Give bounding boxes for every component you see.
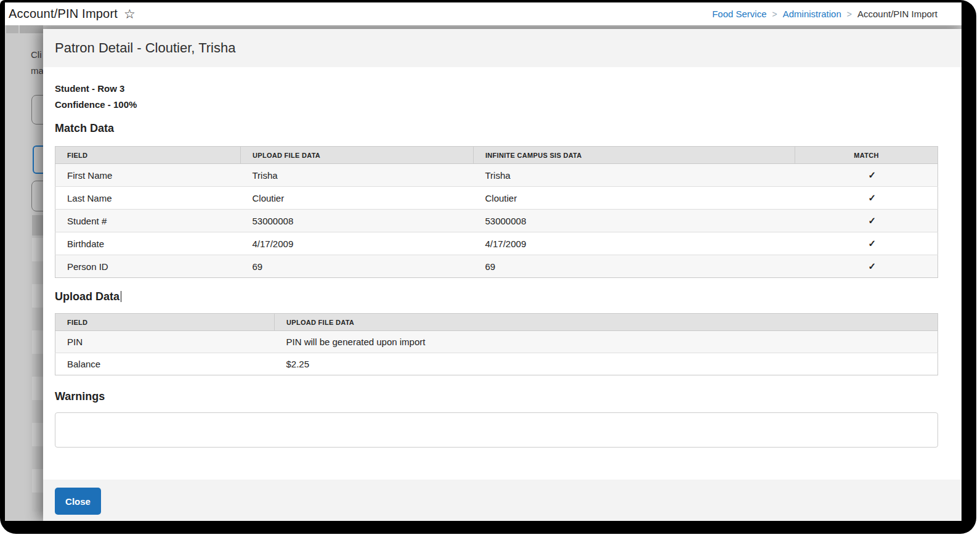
panel-body: Student - Row 3 Confidence - 100% Match …	[43, 67, 962, 448]
background-tab	[6, 25, 18, 33]
cell-upload-file-data: PIN will be generated upon import	[275, 331, 938, 353]
cell-sis-data: Trisha	[474, 164, 795, 187]
cell-field: Person ID	[55, 255, 241, 278]
match-check-icon: ✓	[795, 187, 938, 210]
panel-footer: Close	[43, 480, 962, 521]
text-caret	[121, 291, 121, 302]
upload-table-header-row: FIELD UPLOAD FILE DATA	[55, 314, 938, 331]
upload-data-table: FIELD UPLOAD FILE DATA PINPIN will be ge…	[55, 313, 938, 375]
cell-upload-file-data: Trisha	[241, 164, 474, 187]
match-data-heading: Match Data	[55, 122, 938, 135]
confidence-label: Confidence - 100%	[55, 97, 938, 113]
cell-field: First Name	[55, 164, 241, 187]
match-table-body: First NameTrishaTrisha✓Last NameCloutier…	[55, 164, 938, 278]
panel-header: Patron Detail - Cloutier, Trisha	[43, 29, 962, 67]
cell-field: Birthdate	[55, 232, 241, 255]
record-type-label: Student - Row 3	[55, 81, 938, 97]
cell-sis-data: 69	[474, 255, 795, 278]
cell-sis-data: 4/17/2009	[474, 232, 795, 255]
cell-upload-file-data: $2.25	[275, 353, 938, 375]
breadcrumb-separator-icon: >	[847, 9, 852, 19]
upload-data-heading: Upload Data	[55, 290, 938, 303]
upload-table-body: PINPIN will be generated upon importBala…	[55, 331, 938, 375]
column-header-field: FIELD	[55, 314, 275, 331]
match-check-icon: ✓	[795, 255, 938, 278]
breadcrumb-separator-icon: >	[772, 9, 777, 19]
background-tab	[20, 25, 43, 33]
match-table-row: Person ID6969✓	[55, 255, 938, 278]
panel-title: Patron Detail - Cloutier, Trisha	[55, 40, 235, 56]
upload-table-row: Balance$2.25	[55, 353, 938, 375]
close-button[interactable]: Close	[55, 488, 101, 515]
breadcrumb: Food Service > Administration > Account/…	[712, 9, 937, 19]
favorite-star-icon[interactable]: ☆	[124, 7, 136, 20]
breadcrumb-link-administration[interactable]: Administration	[783, 9, 841, 19]
match-table-row: First NameTrishaTrisha✓	[55, 164, 938, 187]
cell-field: Balance	[55, 353, 275, 375]
title-bar: Account/PIN Import ☆ Food Service > Admi…	[5, 2, 962, 25]
match-table-header-row: FIELD UPLOAD FILE DATA INFINITE CAMPUS S…	[55, 147, 938, 164]
match-check-icon: ✓	[795, 232, 938, 255]
cell-field: Last Name	[55, 187, 241, 210]
upload-data-heading-text: Upload Data	[55, 290, 119, 303]
warnings-box	[55, 412, 938, 448]
background-table-strip	[32, 215, 43, 512]
column-header-field: FIELD	[55, 147, 241, 164]
breadcrumb-current: Account/PIN Import	[857, 9, 937, 19]
upload-table-row: PINPIN will be generated upon import	[55, 331, 938, 353]
column-header-upload-file-data: UPLOAD FILE DATA	[241, 147, 474, 164]
record-summary: Student - Row 3 Confidence - 100%	[55, 67, 938, 113]
match-data-table: FIELD UPLOAD FILE DATA INFINITE CAMPUS S…	[55, 146, 938, 278]
cell-sis-data: Cloutier	[474, 187, 795, 210]
cell-field: Student #	[55, 210, 241, 232]
background-clipped-text: Cli	[31, 49, 42, 60]
cell-field: PIN	[55, 331, 275, 353]
cell-upload-file-data: 53000008	[241, 210, 474, 232]
column-header-match: MATCH	[795, 147, 938, 164]
match-check-icon: ✓	[795, 164, 938, 187]
match-check-icon: ✓	[795, 210, 938, 232]
screenshot-frame: Account/PIN Import ☆ Food Service > Admi…	[0, 0, 976, 534]
background-clipped-text: ma	[31, 65, 44, 76]
column-header-sis-data: INFINITE CAMPUS SIS DATA	[474, 147, 795, 164]
background-table-header	[32, 215, 43, 235]
warnings-heading: Warnings	[55, 390, 938, 403]
match-table-row: Birthdate4/17/20094/17/2009✓	[55, 232, 938, 255]
patron-detail-panel: Patron Detail - Cloutier, Trisha Student…	[43, 29, 962, 521]
column-header-upload-file-data: UPLOAD FILE DATA	[275, 314, 938, 331]
app-window: Account/PIN Import ☆ Food Service > Admi…	[5, 2, 962, 521]
cell-upload-file-data: 4/17/2009	[241, 232, 474, 255]
page-title: Account/PIN Import	[9, 7, 118, 21]
match-table-row: Student #5300000853000008✓	[55, 210, 938, 232]
match-table-row: Last NameCloutierCloutier✓	[55, 187, 938, 210]
cell-upload-file-data: 69	[241, 255, 474, 278]
cell-sis-data: 53000008	[474, 210, 795, 232]
breadcrumb-link-food-service[interactable]: Food Service	[712, 9, 766, 19]
cell-upload-file-data: Cloutier	[241, 187, 474, 210]
